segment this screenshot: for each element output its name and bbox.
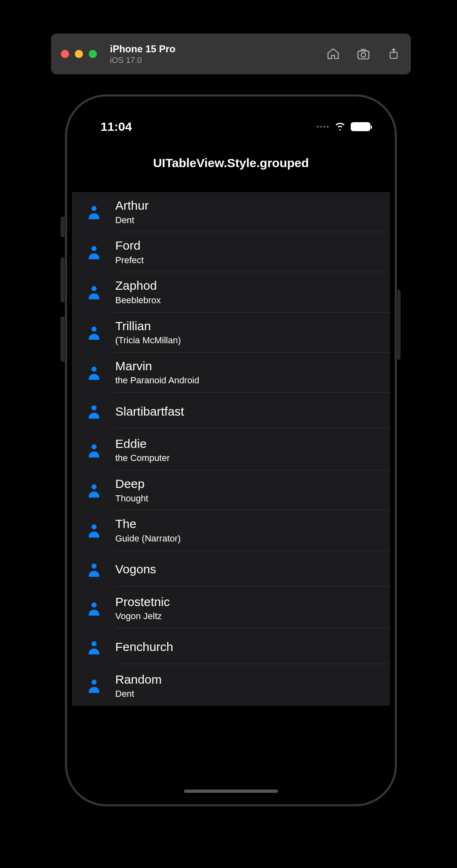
cell-subtitle: Prefect <box>115 254 380 266</box>
svg-point-11 <box>92 524 96 529</box>
screenshot-icon[interactable] <box>356 47 371 61</box>
cell-content: ProstetnicVogon Jeltz <box>115 588 390 629</box>
status-dots-icon: •••• <box>316 122 329 132</box>
phone-silent-switch <box>60 217 65 237</box>
person-icon <box>85 204 103 220</box>
close-window-button[interactable] <box>61 50 69 58</box>
cell-content: Fenchurch <box>115 630 390 664</box>
cell-title: The <box>115 516 380 532</box>
simulator-titlebar: iPhone 15 Pro iOS 17.0 <box>51 34 411 74</box>
svg-point-9 <box>92 444 96 449</box>
navigation-title: UITableView.Style.grouped <box>72 142 390 192</box>
table-row[interactable]: Marvinthe Paranoid Android <box>72 353 390 393</box>
dynamic-island <box>193 112 269 134</box>
table-row[interactable]: ZaphodBeeblebrox <box>72 272 390 312</box>
cell-subtitle: Vogon Jeltz <box>115 610 380 622</box>
phone-frame: 11:04 •••• UITableView.Style.grouped Art… <box>65 95 397 806</box>
cell-content: FordPrefect <box>115 232 390 272</box>
table-row[interactable]: ArthurDent <box>72 192 390 232</box>
simulator-toolbar <box>326 47 401 61</box>
table-row[interactable]: Fenchurch <box>72 629 390 666</box>
svg-point-7 <box>92 367 96 371</box>
person-icon <box>85 523 103 538</box>
cell-content: DeepThought <box>115 470 390 510</box>
person-icon <box>85 640 103 655</box>
person-icon <box>85 443 103 458</box>
svg-point-6 <box>92 327 96 331</box>
table-row[interactable]: Slartibartfast <box>72 393 390 430</box>
wifi-icon <box>334 121 346 132</box>
home-icon[interactable] <box>326 47 341 61</box>
cell-subtitle: Dent <box>115 688 380 700</box>
cell-title: Eddie <box>115 436 380 452</box>
table-row[interactable]: Vogons <box>72 551 390 588</box>
cell-subtitle: Guide (Narrator) <box>115 532 380 545</box>
phone-volume-up <box>60 257 65 302</box>
table-row[interactable]: RandomDent <box>72 666 390 706</box>
cell-title: Trillian <box>115 318 380 334</box>
table-row[interactable]: Eddiethe Computer <box>72 430 390 470</box>
svg-point-1 <box>361 53 366 57</box>
svg-point-14 <box>92 641 96 646</box>
cell-content: Marvinthe Paranoid Android <box>115 353 390 393</box>
cell-content: RandomDent <box>115 666 390 706</box>
table-row[interactable]: DeepThought <box>72 470 390 510</box>
cell-content: Slartibartfast <box>115 395 390 429</box>
simulator-os-version: iOS 17.0 <box>110 56 326 65</box>
status-indicators: •••• <box>316 121 370 132</box>
person-icon <box>85 562 103 577</box>
person-icon <box>85 284 103 300</box>
minimize-window-button[interactable] <box>75 50 83 58</box>
simulator-title-block: iPhone 15 Pro iOS 17.0 <box>110 43 326 65</box>
svg-point-10 <box>92 484 96 489</box>
cell-title: Random <box>115 672 380 687</box>
phone-volume-down <box>60 317 65 362</box>
zoom-window-button[interactable] <box>89 50 97 58</box>
cell-subtitle: Thought <box>115 492 380 505</box>
cell-subtitle: Beeblebrox <box>115 294 380 306</box>
svg-rect-0 <box>358 51 369 59</box>
table-section: ArthurDentFordPrefectZaphodBeeblebroxTri… <box>72 192 390 706</box>
cell-subtitle: the Paranoid Android <box>115 374 380 387</box>
cell-title: Prostetnic <box>115 594 380 610</box>
cell-content: TheGuide (Narrator) <box>115 510 390 550</box>
cell-content: ZaphodBeeblebrox <box>115 272 390 312</box>
cell-subtitle: Dent <box>115 214 380 226</box>
person-icon <box>85 678 103 694</box>
svg-point-8 <box>92 405 96 410</box>
home-indicator[interactable] <box>184 790 278 793</box>
person-icon <box>85 601 103 616</box>
table-row[interactable]: ProstetnicVogon Jeltz <box>72 588 390 629</box>
cell-title: Ford <box>115 238 380 253</box>
svg-point-5 <box>92 286 96 291</box>
cell-content: Eddiethe Computer <box>115 430 390 470</box>
share-icon[interactable] <box>386 47 401 61</box>
phone-screen: 11:04 •••• UITableView.Style.grouped Art… <box>72 101 390 799</box>
person-icon <box>85 325 103 340</box>
svg-point-13 <box>92 602 96 607</box>
cell-subtitle: (Tricia McMillan) <box>115 334 380 347</box>
cell-content: Vogons <box>115 553 390 586</box>
svg-point-3 <box>92 206 96 211</box>
cell-subtitle: the Computer <box>115 452 380 464</box>
svg-point-12 <box>92 564 96 568</box>
status-time: 11:04 <box>101 120 132 134</box>
cell-title: Slartibartfast <box>115 400 380 423</box>
table-row[interactable]: FordPrefect <box>72 232 390 272</box>
battery-icon <box>351 122 370 131</box>
table-row[interactable]: Trillian(Tricia McMillan) <box>72 313 390 353</box>
svg-point-15 <box>92 680 96 685</box>
person-icon <box>85 483 103 498</box>
table-row[interactable]: TheGuide (Narrator) <box>72 510 390 550</box>
cell-title: Marvin <box>115 358 380 374</box>
svg-point-4 <box>92 246 96 251</box>
simulator-device-name: iPhone 15 Pro <box>110 43 326 55</box>
content-area: UITableView.Style.grouped ArthurDentFord… <box>72 142 390 799</box>
person-icon <box>85 404 103 419</box>
cell-title: Vogons <box>115 558 380 580</box>
cell-title: Zaphod <box>115 278 380 293</box>
person-icon <box>85 365 103 380</box>
cell-title: Fenchurch <box>115 636 380 658</box>
cell-content: ArthurDent <box>115 192 390 232</box>
window-controls <box>61 50 97 58</box>
